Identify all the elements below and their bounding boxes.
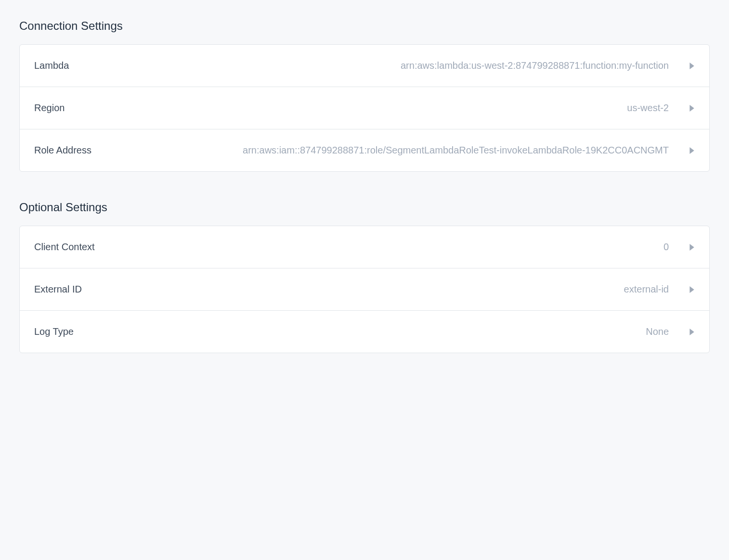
lambda-row[interactable]: Lambda arn:aws:lambda:us-west-2:87479928… <box>20 45 709 87</box>
log-type-value: None <box>123 324 669 339</box>
region-row[interactable]: Region us-west-2 <box>20 87 709 129</box>
role-address-row[interactable]: Role Address arn:aws:iam::874799288871:r… <box>20 129 709 171</box>
lambda-label: Lambda <box>34 60 111 71</box>
chevron-right-icon <box>689 329 695 335</box>
chevron-right-icon <box>689 147 695 154</box>
client-context-row[interactable]: Client Context 0 <box>20 226 709 268</box>
optional-settings-section: Optional Settings Client Context 0 Exter… <box>19 201 710 353</box>
region-label: Region <box>34 102 111 114</box>
chevron-right-icon <box>689 63 695 69</box>
chevron-right-icon <box>689 105 695 112</box>
role-address-label: Role Address <box>34 145 111 156</box>
log-type-row[interactable]: Log Type None <box>20 311 709 353</box>
optional-settings-title: Optional Settings <box>19 201 710 214</box>
lambda-value: arn:aws:lambda:us-west-2:874799288871:fu… <box>123 58 669 73</box>
chevron-right-icon <box>689 286 695 293</box>
external-id-label: External ID <box>34 284 111 295</box>
client-context-label: Client Context <box>34 242 111 253</box>
external-id-row[interactable]: External ID external-id <box>20 268 709 311</box>
optional-settings-card: Client Context 0 External ID external-id… <box>19 226 710 353</box>
chevron-right-icon <box>689 244 695 251</box>
region-value: us-west-2 <box>123 101 669 115</box>
connection-settings-title: Connection Settings <box>19 19 710 33</box>
role-address-value: arn:aws:iam::874799288871:role/SegmentLa… <box>123 143 669 158</box>
external-id-value: external-id <box>123 282 669 297</box>
connection-settings-section: Connection Settings Lambda arn:aws:lambd… <box>19 19 710 172</box>
client-context-value: 0 <box>123 240 669 255</box>
connection-settings-card: Lambda arn:aws:lambda:us-west-2:87479928… <box>19 44 710 172</box>
log-type-label: Log Type <box>34 326 111 337</box>
